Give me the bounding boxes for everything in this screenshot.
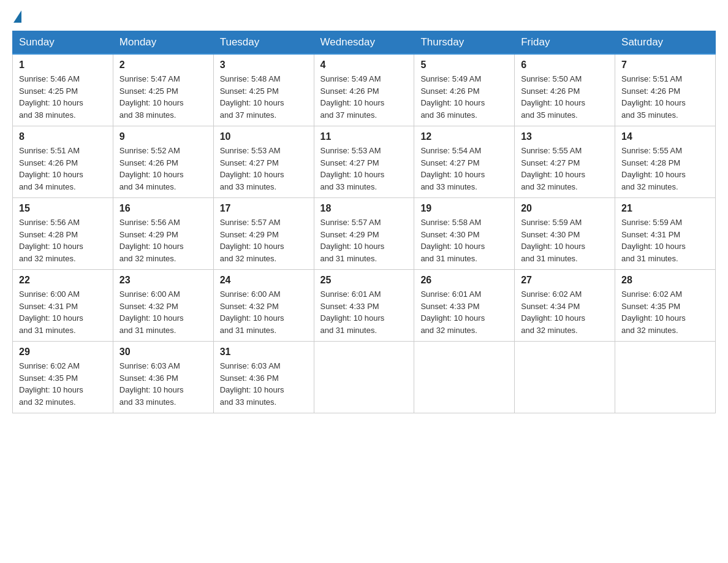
day-number: 26 [420,275,508,286]
day-info: Sunrise: 5:57 AMSunset: 4:29 PMDaylight:… [220,216,308,264]
calendar-cell: 31Sunrise: 6:03 AMSunset: 4:36 PMDayligh… [213,342,314,413]
calendar-cell: 10Sunrise: 5:53 AMSunset: 4:27 PMDayligh… [213,126,314,198]
day-number: 22 [19,275,107,286]
day-info: Sunrise: 5:50 AMSunset: 4:26 PMDaylight:… [521,73,609,121]
day-number: 29 [19,347,107,358]
day-number: 24 [220,275,308,286]
day-number: 5 [420,59,508,71]
day-number: 27 [521,275,609,286]
day-number: 31 [220,347,308,358]
day-info: Sunrise: 5:51 AMSunset: 4:26 PMDaylight:… [621,73,709,121]
day-number: 10 [220,131,308,142]
calendar-cell: 6Sunrise: 5:50 AMSunset: 4:26 PMDaylight… [515,54,615,126]
calendar-cell [515,342,615,413]
day-number: 28 [621,275,709,286]
calendar-cell: 1Sunrise: 5:46 AMSunset: 4:25 PMDaylight… [13,54,113,126]
calendar-cell: 18Sunrise: 5:57 AMSunset: 4:29 PMDayligh… [314,198,414,270]
day-info: Sunrise: 6:00 AMSunset: 4:31 PMDaylight:… [19,288,107,336]
calendar-cell: 28Sunrise: 6:02 AMSunset: 4:35 PMDayligh… [615,270,716,342]
day-number: 2 [119,59,207,71]
day-info: Sunrise: 5:51 AMSunset: 4:26 PMDaylight:… [19,145,107,193]
calendar-cell: 2Sunrise: 5:47 AMSunset: 4:25 PMDaylight… [113,54,213,126]
calendar-cell: 5Sunrise: 5:49 AMSunset: 4:26 PMDaylight… [414,54,515,126]
day-info: Sunrise: 5:54 AMSunset: 4:27 PMDaylight:… [420,145,508,193]
calendar-week-row: 1Sunrise: 5:46 AMSunset: 4:25 PMDaylight… [13,54,716,126]
logo [12,12,21,25]
calendar-cell: 20Sunrise: 5:59 AMSunset: 4:30 PMDayligh… [515,198,615,270]
day-info: Sunrise: 5:53 AMSunset: 4:27 PMDaylight:… [220,145,308,193]
day-number: 25 [320,275,408,286]
calendar-week-row: 15Sunrise: 5:56 AMSunset: 4:28 PMDayligh… [13,198,716,270]
calendar-cell: 12Sunrise: 5:54 AMSunset: 4:27 PMDayligh… [414,126,515,198]
calendar-cell: 22Sunrise: 6:00 AMSunset: 4:31 PMDayligh… [13,270,113,342]
calendar-cell: 25Sunrise: 6:01 AMSunset: 4:33 PMDayligh… [314,270,414,342]
weekday-header-thursday: Thursday [414,31,515,55]
day-number: 21 [621,203,709,214]
day-info: Sunrise: 5:56 AMSunset: 4:29 PMDaylight:… [119,216,207,264]
day-info: Sunrise: 6:02 AMSunset: 4:34 PMDaylight:… [521,288,609,336]
calendar-week-row: 8Sunrise: 5:51 AMSunset: 4:26 PMDaylight… [13,126,716,198]
day-info: Sunrise: 5:49 AMSunset: 4:26 PMDaylight:… [420,73,508,121]
day-number: 23 [119,275,207,286]
calendar-cell: 30Sunrise: 6:03 AMSunset: 4:36 PMDayligh… [113,342,213,413]
day-number: 11 [320,131,408,142]
calendar-cell: 16Sunrise: 5:56 AMSunset: 4:29 PMDayligh… [113,198,213,270]
day-info: Sunrise: 5:49 AMSunset: 4:26 PMDaylight:… [320,73,408,121]
calendar-cell: 19Sunrise: 5:58 AMSunset: 4:30 PMDayligh… [414,198,515,270]
calendar-cell: 17Sunrise: 5:57 AMSunset: 4:29 PMDayligh… [213,198,314,270]
day-number: 8 [19,131,107,142]
day-info: Sunrise: 6:00 AMSunset: 4:32 PMDaylight:… [220,288,308,336]
day-info: Sunrise: 6:00 AMSunset: 4:32 PMDaylight:… [119,288,207,336]
day-number: 16 [119,203,207,214]
day-info: Sunrise: 6:02 AMSunset: 4:35 PMDaylight:… [19,360,107,408]
calendar-cell: 24Sunrise: 6:00 AMSunset: 4:32 PMDayligh… [213,270,314,342]
day-info: Sunrise: 5:55 AMSunset: 4:28 PMDaylight:… [621,145,709,193]
day-info: Sunrise: 6:03 AMSunset: 4:36 PMDaylight:… [119,360,207,408]
day-info: Sunrise: 5:59 AMSunset: 4:30 PMDaylight:… [521,216,609,264]
day-info: Sunrise: 5:55 AMSunset: 4:27 PMDaylight:… [521,145,609,193]
calendar-cell: 21Sunrise: 5:59 AMSunset: 4:31 PMDayligh… [615,198,716,270]
day-info: Sunrise: 5:57 AMSunset: 4:29 PMDaylight:… [320,216,408,264]
weekday-header-friday: Friday [515,31,615,55]
day-number: 1 [19,59,107,71]
calendar-cell: 15Sunrise: 5:56 AMSunset: 4:28 PMDayligh… [13,198,113,270]
day-info: Sunrise: 6:01 AMSunset: 4:33 PMDaylight:… [320,288,408,336]
day-number: 3 [220,59,308,71]
calendar-cell: 7Sunrise: 5:51 AMSunset: 4:26 PMDaylight… [615,54,716,126]
day-info: Sunrise: 6:03 AMSunset: 4:36 PMDaylight:… [220,360,308,408]
logo-arrow-icon [13,10,21,23]
calendar-cell: 23Sunrise: 6:00 AMSunset: 4:32 PMDayligh… [113,270,213,342]
day-info: Sunrise: 5:48 AMSunset: 4:25 PMDaylight:… [220,73,308,121]
calendar-cell [414,342,515,413]
weekday-header-row: SundayMondayTuesdayWednesdayThursdayFrid… [13,31,716,55]
weekday-header-saturday: Saturday [615,31,716,55]
day-number: 20 [521,203,609,214]
weekday-header-monday: Monday [113,31,213,55]
weekday-header-sunday: Sunday [13,31,113,55]
day-number: 12 [420,131,508,142]
calendar-cell: 11Sunrise: 5:53 AMSunset: 4:27 PMDayligh… [314,126,414,198]
page-header [12,12,716,25]
day-info: Sunrise: 5:59 AMSunset: 4:31 PMDaylight:… [621,216,709,264]
day-info: Sunrise: 5:47 AMSunset: 4:25 PMDaylight:… [119,73,207,121]
day-number: 13 [521,131,609,142]
day-number: 14 [621,131,709,142]
calendar-header: SundayMondayTuesdayWednesdayThursdayFrid… [13,31,716,55]
day-number: 15 [19,203,107,214]
day-info: Sunrise: 5:53 AMSunset: 4:27 PMDaylight:… [320,145,408,193]
calendar-table: SundayMondayTuesdayWednesdayThursdayFrid… [12,31,716,413]
calendar-cell: 9Sunrise: 5:52 AMSunset: 4:26 PMDaylight… [113,126,213,198]
day-number: 17 [220,203,308,214]
calendar-cell: 26Sunrise: 6:01 AMSunset: 4:33 PMDayligh… [414,270,515,342]
day-info: Sunrise: 5:58 AMSunset: 4:30 PMDaylight:… [420,216,508,264]
calendar-cell: 14Sunrise: 5:55 AMSunset: 4:28 PMDayligh… [615,126,716,198]
day-number: 18 [320,203,408,214]
calendar-cell: 8Sunrise: 5:51 AMSunset: 4:26 PMDaylight… [13,126,113,198]
day-info: Sunrise: 5:52 AMSunset: 4:26 PMDaylight:… [119,145,207,193]
weekday-header-wednesday: Wednesday [314,31,414,55]
calendar-week-row: 29Sunrise: 6:02 AMSunset: 4:35 PMDayligh… [13,342,716,413]
weekday-header-tuesday: Tuesday [213,31,314,55]
day-number: 6 [521,59,609,71]
day-info: Sunrise: 5:56 AMSunset: 4:28 PMDaylight:… [19,216,107,264]
calendar-cell [615,342,716,413]
